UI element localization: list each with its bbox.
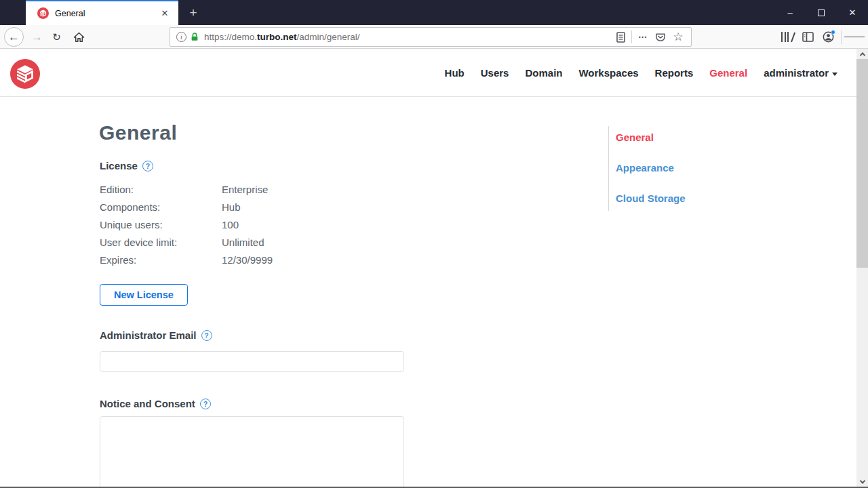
sidebars-button[interactable] [797,27,818,47]
page-info-icon[interactable]: i [176,32,186,42]
admin-general-page: General License ? Edition:Enterprise Com… [0,97,856,487]
url-bar[interactable]: i https://demo.turbo.net/admin/general/ … [170,27,692,47]
license-heading: License ? [100,160,153,171]
sidebars-icon [802,32,814,42]
titlebar: General ✕ + – ✕ [0,0,868,25]
admin-email-input[interactable] [100,351,404,372]
close-button[interactable]: ✕ [837,0,868,25]
site-nav: Hub Users Domain Workspaces Reports Gene… [445,49,837,97]
library-icon [781,32,793,42]
scrollbar-thumb[interactable] [856,59,868,268]
site-header: Hub Users Domain Workspaces Reports Gene… [0,49,856,97]
nav-general[interactable]: General [709,67,747,79]
pocket-button[interactable] [652,28,669,46]
bookmark-star-icon[interactable]: ☆ [669,28,687,46]
account-button[interactable] [818,27,838,47]
admin-email-help-icon[interactable]: ? [201,330,212,341]
notice-consent-help-icon[interactable]: ? [200,399,211,409]
lock-icon[interactable] [190,32,199,42]
toolbar-right-icons [777,27,865,47]
window-controls: – ✕ [774,0,868,25]
home-icon [73,32,85,43]
license-row-unique-users: Unique users:100 [100,216,273,233]
reader-mode-button[interactable] [612,28,629,46]
pocket-icon [655,32,666,42]
urlbar-separator [631,30,632,43]
toolbar-separator [841,30,842,44]
tab-title: General [55,9,158,18]
scroll-up-icon[interactable] [856,49,868,59]
notice-consent-label: Notice and Consent ? [100,398,211,409]
library-button[interactable] [777,27,797,47]
admin-email-label: Administrator Email ? [100,329,212,341]
license-row-expires: Expires:12/30/9999 [100,251,273,268]
turbo-favicon-icon [37,7,49,19]
new-license-button[interactable]: New License [100,284,188,306]
maximize-icon [818,9,825,16]
tab-general[interactable]: General ✕ [26,0,178,25]
subnav-general[interactable]: General [616,131,686,143]
browser-toolbar: ← → ↻ i https://demo.turbo.net/admin/gen… [0,25,868,49]
nav-domain[interactable]: Domain [525,67,562,79]
menu-button[interactable] [844,27,865,47]
nav-administrator-dropdown[interactable]: administrator [764,67,837,79]
url-text: https://demo.turbo.net/admin/general/ [204,32,360,42]
page-title: General [99,121,177,144]
tab-close-icon[interactable]: ✕ [158,7,172,20]
nav-users[interactable]: Users [481,67,509,79]
nav-reports[interactable]: Reports [655,67,694,79]
scroll-down-icon[interactable] [856,476,868,487]
license-details: Edition:Enterprise Components:Hub Unique… [100,180,273,268]
subnav-appearance[interactable]: Appearance [616,162,686,174]
chevron-down-icon [832,73,837,76]
notice-consent-textarea[interactable] [100,416,404,488]
reader-mode-icon [616,32,625,43]
minimize-button[interactable]: – [774,0,806,25]
forward-button[interactable]: → [27,27,47,47]
subnav-cloud-storage[interactable]: Cloud Storage [616,192,686,204]
maximize-button[interactable] [806,0,837,25]
account-notification-badge [831,30,835,35]
reload-button[interactable]: ↻ [47,27,66,47]
turbo-logo-icon[interactable] [10,59,40,89]
back-button[interactable]: ← [4,27,24,47]
new-tab-button[interactable]: + [184,4,202,22]
license-row-edition: Edition:Enterprise [100,180,273,198]
home-button[interactable] [69,27,89,47]
license-row-components: Components:Hub [100,198,273,216]
nav-hub[interactable]: Hub [445,67,465,79]
browser-window: General ✕ + – ✕ ← → ↻ i https://demo.tur… [0,0,868,488]
page-scrollbar[interactable] [856,49,868,487]
settings-subnav: General Appearance Cloud Storage [608,126,686,211]
nav-workspaces[interactable]: Workspaces [578,67,638,79]
page-actions-button[interactable]: ⋯ [634,28,652,46]
license-help-icon[interactable]: ? [142,161,153,171]
license-row-device-limit: User device limit:Unlimited [100,233,273,251]
